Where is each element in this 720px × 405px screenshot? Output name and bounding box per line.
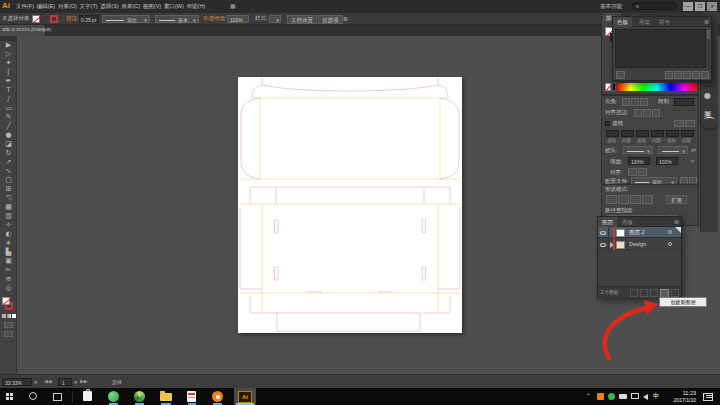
start-button[interactable]: [6, 393, 13, 400]
tool-perspective-grid[interactable]: ◹: [0, 195, 17, 202]
miter-join-icon[interactable]: [622, 98, 630, 106]
tool-zoom[interactable]: ◎: [0, 285, 17, 292]
tab-brushes[interactable]: 画笔: [639, 20, 650, 26]
exclude-icon[interactable]: [642, 195, 653, 204]
dash-field-3[interactable]: [666, 130, 679, 137]
visibility-eye-icon[interactable]: [600, 243, 606, 247]
tool-rectangle[interactable]: ▭: [0, 105, 17, 112]
layer-row-1[interactable]: 图层 2: [598, 227, 681, 238]
opacity-field[interactable]: 100%: [227, 15, 249, 23]
target-circle-icon[interactable]: [668, 230, 672, 234]
panel-menu-icon[interactable]: ≣: [674, 219, 679, 225]
color-spectrum-bar[interactable]: [617, 83, 697, 91]
window-restore-button[interactable]: ❐: [695, 2, 705, 11]
bevel-join-icon[interactable]: [640, 98, 648, 106]
chevron-down-icon[interactable]: ▼: [74, 380, 77, 385]
security-globe-icon[interactable]: [134, 391, 145, 402]
tool-type[interactable]: T: [0, 87, 17, 94]
tool-eyedropper[interactable]: ✧: [0, 222, 17, 229]
tab-symbols[interactable]: 符号: [659, 20, 670, 26]
action-center-icon[interactable]: [703, 393, 713, 401]
swatch-list[interactable]: [615, 29, 706, 68]
spectrum-black-chip[interactable]: [612, 83, 616, 91]
menu-edit[interactable]: 编辑(E): [37, 3, 55, 9]
artboard-number-field[interactable]: 1: [58, 378, 72, 386]
control-panel-menu-icon[interactable]: ≣: [343, 16, 348, 22]
workspace-switcher[interactable]: 基本功能: [600, 4, 622, 10]
fill-swatch[interactable]: [32, 15, 40, 23]
new-swatch-icon[interactable]: [692, 71, 700, 79]
arrow-scale-y-field[interactable]: 100%: [656, 157, 678, 165]
menu-object[interactable]: 对象(O): [58, 3, 77, 9]
new-color-group-icon[interactable]: [683, 71, 691, 79]
layer-thumbnail[interactable]: [616, 241, 625, 249]
panel-menu-icon[interactable]: ≣: [704, 19, 709, 25]
swatch-scrollbar[interactable]: [707, 29, 710, 68]
chevron-down-icon[interactable]: ▼: [34, 380, 37, 385]
tool-paintbrush[interactable]: ✎: [0, 114, 17, 121]
tool-pencil[interactable]: ╱: [0, 123, 17, 130]
dock-appearance-icon[interactable]: ●: [704, 92, 711, 100]
store-icon[interactable]: [83, 391, 92, 401]
minus-front-icon[interactable]: [618, 195, 629, 204]
menu-file[interactable]: 文件(F): [16, 3, 34, 9]
tool-line-segment[interactable]: ∕: [0, 96, 17, 103]
menu-type[interactable]: 文字(T): [80, 3, 98, 9]
tool-width[interactable]: ∿: [0, 168, 17, 175]
tool-graph[interactable]: ▙: [0, 249, 17, 256]
dashed-line-checkbox[interactable]: [605, 121, 610, 126]
menu-effect[interactable]: 效果(C): [121, 3, 140, 9]
tool-direct-selection[interactable]: ▷: [0, 51, 17, 58]
document-tab[interactable]: 盒型 @ 33.33% (RGB/预览) ✕: [0, 25, 46, 36]
arrow-scale-x-field[interactable]: 100%: [628, 157, 650, 165]
menu-select[interactable]: 选择(S): [100, 3, 118, 9]
floating-assistant-ball[interactable]: [700, 110, 719, 129]
task-view-icon[interactable]: [53, 393, 62, 401]
window-close-button[interactable]: ✕: [707, 2, 717, 11]
next-artboard-icon[interactable]: ▶▶: [80, 379, 88, 384]
arrow-align-end-icon[interactable]: [638, 168, 647, 176]
swatch-libraries-icon[interactable]: [616, 71, 625, 79]
menu-help[interactable]: 帮助(H): [187, 3, 206, 9]
color-mode-button[interactable]: [2, 314, 6, 318]
ime-indicator[interactable]: 中: [653, 393, 660, 400]
link-scale-icon[interactable]: ∞: [690, 158, 695, 164]
tool-gradient[interactable]: ▥: [0, 213, 17, 220]
tool-free-transform[interactable]: ▢: [0, 177, 17, 184]
layer-thumbnail[interactable]: [616, 229, 625, 237]
tool-magic-wand[interactable]: ✦: [0, 60, 17, 67]
align-stroke-center-icon[interactable]: [634, 109, 642, 117]
tool-pen[interactable]: ✒: [0, 78, 17, 85]
unite-icon[interactable]: [606, 195, 617, 204]
arrow-end-dropdown[interactable]: ▼: [658, 146, 688, 154]
stroke-swatch[interactable]: [50, 15, 58, 23]
scrollbar-thumb[interactable]: [707, 30, 710, 39]
first-artboard-icon[interactable]: ◀◀: [44, 379, 52, 384]
tab-layers[interactable]: 图层: [598, 217, 617, 227]
layer-name[interactable]: 图层 2: [629, 230, 645, 236]
tool-blob-brush[interactable]: ●: [0, 132, 17, 139]
swatch-kinds-icon[interactable]: [665, 71, 673, 79]
tool-rotate[interactable]: ↻: [0, 150, 17, 157]
spectrum-none-chip[interactable]: [605, 83, 611, 91]
clock[interactable]: 11:23 2017/1/10: [664, 391, 696, 403]
arrow-align-tip-icon[interactable]: [628, 168, 637, 176]
layer-row-2[interactable]: Design: [598, 239, 681, 250]
menu-view[interactable]: 视图(V): [143, 3, 161, 9]
screen-mode-button[interactable]: [4, 331, 13, 337]
swatch-options-icon[interactable]: [674, 71, 682, 79]
tray-orange-icon[interactable]: [597, 393, 604, 400]
width-profile-dropdown[interactable]: 等比 ▼: [102, 15, 150, 23]
tool-hand[interactable]: ≋: [0, 276, 17, 283]
tool-shape-builder[interactable]: ⊞: [0, 186, 17, 193]
arrange-documents-icon[interactable]: ▦: [230, 3, 236, 9]
menu-window[interactable]: 窗口(W): [164, 3, 184, 9]
swap-arrows-icon[interactable]: ⇄: [691, 147, 696, 153]
stroke-panel-link[interactable]: 描边:: [66, 16, 79, 22]
align-stroke-outside-icon[interactable]: [652, 109, 660, 117]
delete-swatch-icon[interactable]: [701, 71, 709, 79]
document-app-icon[interactable]: [187, 391, 196, 402]
tab-swatches[interactable]: 色板: [613, 17, 632, 27]
layer-name[interactable]: Design: [629, 242, 646, 248]
miter-limit-field[interactable]: [674, 98, 694, 106]
